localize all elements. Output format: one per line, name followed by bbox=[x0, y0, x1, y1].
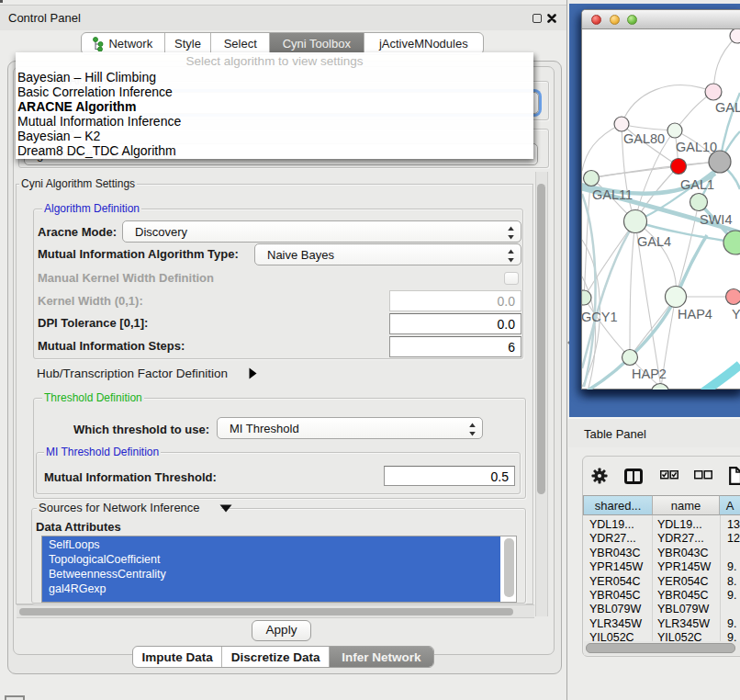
svg-text:GAL4: GAL4 bbox=[637, 234, 671, 249]
svg-text:GAL11: GAL11 bbox=[592, 187, 633, 202]
svg-text:SWI4: SWI4 bbox=[700, 212, 732, 227]
svg-text:Y: Y bbox=[732, 307, 740, 322]
svg-text:GAL10: GAL10 bbox=[676, 140, 717, 154]
svg-text:GAL1: GAL1 bbox=[680, 177, 714, 192]
svg-text:GCY1: GCY1 bbox=[582, 310, 618, 324]
svg-text:HAP2: HAP2 bbox=[632, 367, 667, 381]
svg-text:HAP4: HAP4 bbox=[678, 307, 712, 322]
svg-text:GAL80: GAL80 bbox=[623, 131, 665, 146]
svg-text:GAL2: GAL2 bbox=[715, 100, 740, 115]
